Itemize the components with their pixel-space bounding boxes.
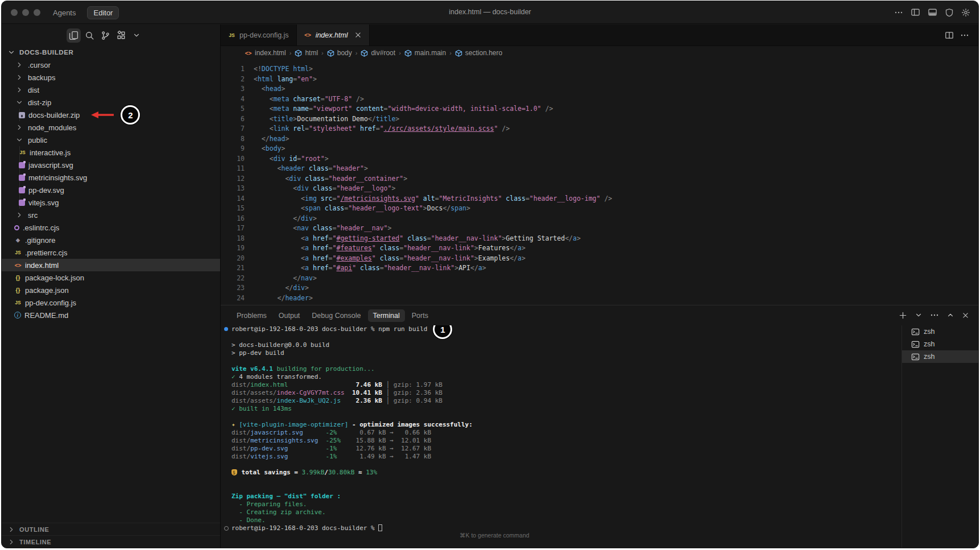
chevron-down-icon[interactable] — [133, 31, 140, 39]
explorer-item[interactable]: node_modules — [2, 121, 220, 134]
terminal-line: dist/pp-dev.svg -1% 12.76 kB → 12.67 kB — [223, 445, 902, 453]
code-text: <a href="#examples" class="header__nav-l… — [254, 254, 526, 264]
sidebar-section-outline[interactable]: OUTLINE — [2, 523, 220, 535]
more-ellipsis-icon[interactable] — [960, 31, 969, 40]
explorer-item[interactable]: <>index.html — [2, 259, 220, 271]
explorer-item[interactable]: dist-zip — [2, 96, 220, 109]
code-line: 4 <meta charset="UTF-8" /> — [221, 94, 978, 105]
terminal-icon — [911, 340, 920, 349]
terminal-list-item[interactable]: zsh — [902, 338, 978, 350]
close-button[interactable] — [11, 9, 18, 16]
code-text: </div> — [254, 214, 317, 224]
sidebar-bottom-sections: OUTLINETIMELINE — [2, 523, 220, 548]
editor-tab-index.html[interactable]: <>index.html — [297, 24, 370, 46]
chevron-up-icon[interactable] — [946, 311, 954, 319]
split-editor-icon[interactable] — [945, 31, 954, 40]
code-text: <title>Documentation Demo</title> — [254, 114, 399, 125]
explorer-item-label: .gitignore — [25, 236, 55, 245]
explorer-item[interactable]: pp-dev.svg — [2, 184, 220, 196]
panel-tab-ports[interactable]: Ports — [407, 309, 433, 322]
breadcrumb-item[interactable]: main.main — [404, 49, 446, 57]
explorer-item[interactable]: vitejs.svg — [2, 196, 220, 209]
symbol-cube-icon — [361, 49, 368, 57]
terminal-line: dist/javascript.svg -2% 0.67 kB → 0.66 k… — [223, 429, 902, 437]
explorer-item[interactable]: backups — [2, 71, 220, 84]
minimize-button[interactable] — [22, 9, 29, 16]
breadcrumb-label: section.hero — [465, 49, 502, 57]
breadcrumb-item[interactable]: <>index.html — [245, 49, 286, 57]
gear-icon[interactable] — [961, 8, 970, 17]
explorer-item[interactable]: iREADME.md — [2, 309, 220, 321]
breadcrumb-item[interactable]: html — [295, 49, 318, 57]
breadcrumb-separator: › — [321, 49, 324, 56]
zoom-button[interactable] — [34, 9, 40, 16]
explorer-item[interactable]: dist — [2, 84, 220, 96]
sidebar-section-label: TIMELINE — [19, 539, 51, 545]
explorer-item[interactable]: javascript.svg — [2, 159, 220, 171]
explorer-root-header[interactable]: DOCS-BUILDER — [2, 46, 220, 59]
terminal-hint: ⌘K to generate command — [460, 532, 530, 539]
close-icon[interactable] — [962, 312, 969, 319]
extensions-icon[interactable] — [117, 31, 126, 40]
shield-icon[interactable] — [945, 8, 954, 17]
terminal-list-item[interactable]: zsh — [902, 350, 978, 363]
panel-tab-debug-console[interactable]: Debug Console — [307, 309, 366, 322]
close-tab-icon[interactable] — [354, 31, 362, 39]
terminal-line: - Preparing files. — [223, 501, 902, 508]
chevron-down-icon[interactable] — [915, 311, 923, 319]
terminal-cursor — [378, 524, 382, 531]
line-number: 21 — [221, 263, 245, 274]
explorer-item[interactable]: src — [2, 209, 220, 221]
explorer-item[interactable]: metricinsights.svg — [2, 171, 220, 184]
explorer-item[interactable]: ◆.gitignore — [2, 234, 220, 246]
explorer-item[interactable]: {}package-lock.json — [2, 271, 220, 284]
panel-tab-problems[interactable]: Problems — [231, 309, 272, 322]
layout-sidebar-icon[interactable] — [911, 7, 920, 17]
line-number: 14 — [221, 194, 245, 204]
code-text: <span class="header__logo-text">Docs</sp… — [254, 204, 470, 214]
chevron-right-icon — [15, 211, 23, 219]
panel-tab-output[interactable]: Output — [274, 309, 305, 322]
more-ellipsis-icon[interactable] — [894, 8, 903, 17]
search-icon[interactable] — [85, 31, 94, 40]
terminal-line: - Done. — [223, 516, 902, 524]
terminal-line: dist/assets/index-BwJk_UQ2.js 2.36 kB │ … — [223, 397, 902, 405]
copy-pages-icon[interactable] — [67, 28, 81, 43]
breadcrumb-item[interactable]: body — [327, 49, 352, 57]
line-number: 7 — [221, 124, 245, 134]
explorer-item[interactable]: .cursor — [2, 59, 220, 71]
explorer-item[interactable]: docs-builder.zip2 — [2, 109, 220, 121]
code-text: <head> — [254, 84, 285, 94]
terminal-line: dist/metricinsights.svg -25% 15.88 kB → … — [223, 437, 902, 445]
breadcrumb-item[interactable]: div#root — [361, 49, 395, 57]
prompt-marker-icon — [224, 327, 230, 332]
eslint-file-icon — [14, 225, 19, 230]
explorer-item[interactable]: JS.prettierrc.cjs — [2, 246, 220, 259]
breadcrumb-item[interactable]: section.hero — [455, 49, 502, 57]
code-editor[interactable]: 1<!DOCTYPE html>2<html lang="en">3 <head… — [221, 60, 978, 305]
explorer-item[interactable]: public — [2, 134, 220, 146]
terminal-output[interactable]: robert@ip-192-168-0-203 docs-builder % n… — [221, 325, 902, 548]
code-line: 7 <link rel="stylesheet" href="./src/ass… — [221, 124, 978, 134]
editor-tab-pp-dev.config.js[interactable]: JSpp-dev.config.js — [221, 24, 297, 46]
source-control-icon[interactable] — [101, 31, 110, 40]
explorer-item[interactable]: JSinteractive.js — [2, 146, 220, 159]
titlebar-mode-tabs: AgentsEditor — [47, 6, 119, 19]
titlebar-tab-editor[interactable]: Editor — [87, 6, 119, 19]
explorer-item[interactable]: .eslintrc.cjs — [2, 221, 220, 234]
terminal-icon — [911, 353, 920, 361]
panel-tab-terminal[interactable]: Terminal — [368, 309, 405, 322]
terminal-list-item[interactable]: zsh — [902, 325, 978, 338]
more-ellipsis-icon[interactable] — [930, 311, 939, 320]
sidebar-section-timeline[interactable]: TIMELINE — [2, 535, 220, 548]
plus-icon[interactable] — [899, 311, 907, 320]
terminal-line: - Creating zip archive. — [223, 508, 902, 516]
explorer-item[interactable]: {}package.json — [2, 284, 220, 296]
explorer-item[interactable]: JSpp-dev.config.js — [2, 296, 220, 309]
titlebar-tab-agents[interactable]: Agents — [47, 7, 81, 19]
explorer-item-label: pp-dev.config.js — [25, 299, 76, 307]
code-line: 20 <a href="#examples" class="header__na… — [221, 254, 978, 264]
layout-panel-icon[interactable] — [928, 7, 937, 17]
svg-file-icon — [19, 175, 25, 181]
explorer-item-label: metricinsights.svg — [28, 173, 87, 182]
